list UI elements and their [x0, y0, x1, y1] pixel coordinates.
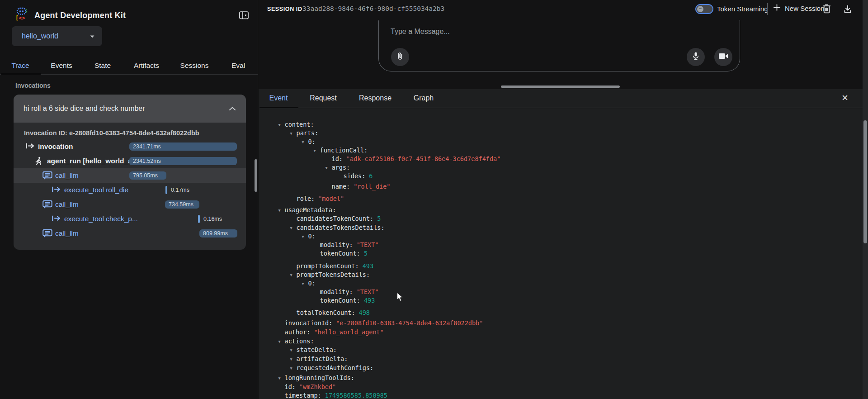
collapse-triangle-icon[interactable]: ▼ [314, 147, 320, 155]
duration-tick [198, 215, 200, 223]
collapse-triangle-icon[interactable]: ▼ [302, 280, 308, 288]
collapse-triangle-icon[interactable]: ▼ [290, 346, 297, 355]
tab-sessions[interactable]: Sessions [180, 62, 209, 70]
json-row: ▼0: [259, 129, 863, 138]
json-key: content: [285, 121, 314, 128]
adk-web-app: [<> Agent Development Kit hello_world Tr… [0, 0, 868, 399]
chevron-up-icon[interactable] [229, 104, 236, 113]
json-value: "TEXT" [357, 241, 379, 248]
collapse-triangle-icon[interactable]: ▼ [290, 364, 297, 373]
vertical-scrollbar[interactable] [863, 120, 867, 243]
message-composer: Type a Message... [378, 20, 740, 71]
tab-trace[interactable]: Trace [11, 62, 29, 70]
collapse-sidebar-icon[interactable] [239, 10, 249, 22]
json-key: id: [285, 383, 296, 390]
collapse-triangle-icon[interactable]: ▼ [326, 164, 332, 172]
json-row: ▼stateDelta: [259, 337, 863, 346]
chat-icon [42, 200, 52, 209]
toggle-knob-icon [697, 6, 703, 12]
app-title: Agent Development Kit [34, 11, 126, 20]
collapse-triangle-icon[interactable]: ▼ [278, 337, 285, 346]
json-key: 0: [308, 138, 316, 145]
trace-row[interactable]: execute_tool roll_die 0.17ms [14, 183, 246, 197]
json-key: args: [332, 164, 350, 171]
tab-events[interactable]: Events [51, 62, 72, 70]
trace-span-label: invocation [38, 142, 73, 151]
tab-eval[interactable]: Eval [231, 62, 245, 70]
json-row: ▼functionCall: [259, 138, 863, 146]
tab-graph[interactable]: Graph [414, 94, 434, 102]
json-row: ▼usageMetadata: [259, 197, 863, 206]
token-streaming-label: Token Streaming [717, 5, 768, 13]
json-value: "adk-caf25106-f0c7-451f-86e4-3c6d7e8f4fd… [346, 155, 500, 162]
collapse-triangle-icon[interactable]: ▼ [302, 138, 308, 147]
json-value: "hello_world_agent" [314, 328, 383, 336]
duration-label: 0.17ms [171, 187, 189, 193]
json-key: promptTokenCount: [297, 262, 359, 270]
tab-artifacts[interactable]: Artifacts [134, 62, 159, 70]
json-key: id: [332, 155, 343, 162]
json-row: candidatesTokenCount:5 [259, 206, 863, 214]
attach-file-button[interactable] [391, 48, 409, 66]
json-key: 0: [308, 280, 316, 287]
trace-row[interactable]: call_llm 809.99ms [14, 226, 246, 241]
horizontal-scrollbar[interactable] [501, 86, 620, 88]
duration-tick [165, 186, 167, 194]
json-row: timestamp:1749586585.858985 [259, 383, 863, 391]
event-detail-panel: Event Request Response Graph ▼content: ▼… [259, 89, 868, 399]
video-button[interactable] [714, 48, 732, 66]
agent-select-value: hello_world [22, 32, 58, 40]
tab-request[interactable]: Request [310, 94, 337, 102]
duration-bar: 2341.52ms [129, 157, 237, 165]
trace-span-label: call_llm [55, 171, 79, 180]
message-input[interactable]: Type a Message... [391, 28, 450, 36]
trace-row[interactable]: execute_tool check_p... 0.16ms [14, 212, 246, 226]
collapse-triangle-icon[interactable]: ▼ [278, 121, 285, 129]
json-value: "wmZhkbed" [299, 383, 336, 390]
trace-row[interactable]: call_llm 795.05ms [14, 168, 246, 183]
json-row: modality:"TEXT" [259, 232, 863, 241]
runner-icon [34, 157, 44, 166]
tab-response[interactable]: Response [359, 94, 392, 102]
json-key: candidatesTokensDetails: [297, 224, 385, 231]
collapse-triangle-icon[interactable]: ▼ [290, 271, 297, 280]
collapse-triangle-icon[interactable]: ▼ [290, 355, 297, 364]
trace-row[interactable]: invocation 2341.71ms [14, 139, 246, 154]
json-value: 493 [363, 262, 373, 270]
export-session-button[interactable] [844, 5, 852, 15]
collapse-triangle-icon[interactable]: ▼ [278, 374, 285, 383]
sidebar-scrollbar[interactable] [255, 159, 257, 192]
collapse-triangle-icon[interactable]: ▼ [302, 233, 308, 241]
agent-select[interactable]: hello_world [12, 26, 102, 46]
microphone-icon [691, 52, 700, 62]
json-value: 1749586585.858985 [325, 392, 387, 399]
sidebar-tabs: Trace Events State Artifacts Sessions Ev… [0, 57, 258, 75]
json-value: 498 [359, 309, 370, 316]
tab-state[interactable]: State [94, 62, 111, 70]
json-row: ▼content: [259, 112, 863, 120]
microphone-button[interactable] [687, 48, 705, 66]
tab-event[interactable]: Event [269, 94, 288, 102]
invocation-card-header[interactable]: hi roll a 6 side dice and check number [14, 95, 246, 123]
paperclip-icon [396, 52, 405, 63]
vertical-scrollbar-track [863, 0, 868, 399]
close-panel-icon[interactable] [842, 91, 848, 104]
trace-rows: invocation 2341.71ms agent_run [hello_wo… [14, 139, 246, 241]
collapse-triangle-icon[interactable]: ▼ [290, 129, 297, 138]
trace-row[interactable]: call_llm 734.59ms [14, 197, 246, 212]
json-key: parts: [297, 129, 319, 137]
json-key: functionCall: [320, 147, 368, 154]
trace-span-label: call_llm [55, 229, 79, 238]
trace-row[interactable]: agent_run [hello_world_agent] 2341.52ms [14, 154, 246, 168]
json-key: stateDelta: [297, 346, 337, 353]
svg-text:[<>: [<> [15, 15, 25, 21]
collapse-triangle-icon[interactable]: ▼ [290, 224, 297, 233]
json-key: actions: [285, 337, 314, 345]
delete-session-button[interactable] [822, 4, 831, 15]
collapse-triangle-icon[interactable]: ▼ [278, 206, 285, 215]
duration-bar: 795.05ms [129, 171, 166, 180]
json-key: modality: [320, 288, 353, 295]
token-streaming-toggle[interactable] [695, 4, 713, 14]
new-session-button[interactable]: New Session [773, 4, 825, 13]
json-key: tokenCount: [320, 297, 360, 304]
